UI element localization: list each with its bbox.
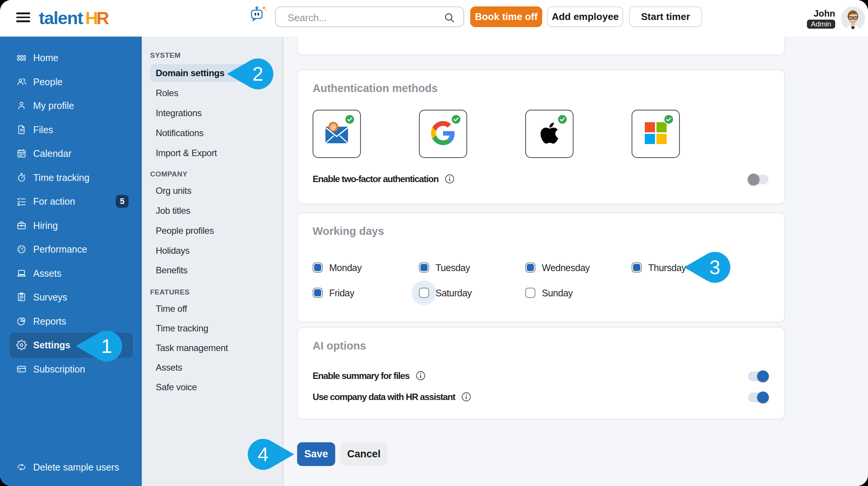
two-factor-toggle[interactable] <box>748 175 768 184</box>
checkbox-wednesday[interactable] <box>525 262 535 273</box>
user-avatar[interactable] <box>841 6 865 31</box>
clipboard-icon <box>16 292 27 302</box>
for-action-count-badge: 5 <box>116 195 129 208</box>
settings-nav-header-company: COMPANY <box>150 170 187 178</box>
checkbox-monday[interactable] <box>313 262 323 273</box>
sidebar-item-delete-sample-users[interactable]: Delete sample users <box>9 456 133 478</box>
sidebar-item-files[interactable]: Files <box>9 119 133 141</box>
sidebar-item-for-action[interactable]: For action5 <box>9 190 133 212</box>
enabled-check-icon <box>345 114 355 124</box>
logo-talent: talent <box>39 8 83 28</box>
sidebar-item-performance[interactable]: Performance <box>9 238 133 260</box>
save-button[interactable]: Save <box>297 442 335 466</box>
settings-nav-item-time-tracking[interactable]: Time tracking <box>150 319 266 337</box>
refresh-icon <box>16 462 27 472</box>
credit-card-icon <box>16 364 27 374</box>
sidebar-item-subscription[interactable]: Subscription <box>9 358 133 380</box>
sidebar-item-time-tracking[interactable]: Time tracking <box>9 167 133 189</box>
gauge-icon <box>16 244 27 254</box>
auth-method-tile-microsoft[interactable] <box>632 110 680 158</box>
svg-text:@: @ <box>330 123 337 130</box>
info-icon[interactable] <box>416 371 425 383</box>
settings-nav-item-job-titles[interactable]: Job titles <box>150 202 266 219</box>
email-auth-icon: @ <box>324 121 349 146</box>
sidebar-item-hiring[interactable]: Hiring <box>9 215 133 236</box>
sidebar-item-reports[interactable]: Reports <box>9 310 133 332</box>
settings-nav-item-org-units[interactable]: Org units <box>150 182 266 199</box>
auth-method-tile-email[interactable]: @ <box>313 110 361 158</box>
sidebar-item-assets[interactable]: Assets <box>9 262 133 284</box>
hamburger-menu-icon[interactable] <box>16 12 30 22</box>
checkbox-saturday[interactable] <box>419 288 429 298</box>
logo-r: R <box>97 8 109 28</box>
stopwatch-icon <box>16 172 27 183</box>
settings-nav-header-system: SYSTEM <box>150 51 181 60</box>
auth-card-title: Authentication methods <box>313 82 438 95</box>
briefcase-icon <box>16 220 27 231</box>
sidebar-item-calendar[interactable]: Calendar <box>9 143 133 164</box>
working-day-thursday: Thursday <box>632 262 741 273</box>
info-icon[interactable] <box>445 174 454 186</box>
sidebar-item-settings[interactable]: Settings <box>9 333 133 358</box>
home-grid-icon <box>16 52 27 63</box>
settings-nav-item-assets[interactable]: Assets <box>150 359 266 376</box>
top-bar: talentHR Search... Book ti <box>0 0 868 37</box>
user-name: John <box>779 8 835 19</box>
book-time-off-button[interactable]: Book time off <box>470 6 542 27</box>
settings-nav-item-benefits[interactable]: Benefits <box>150 261 266 279</box>
pie-chart-icon <box>16 316 27 327</box>
two-factor-label: Enable two-factor authentication <box>313 174 454 186</box>
auth-method-tile-apple[interactable] <box>525 110 574 158</box>
working-day-sunday: Sunday <box>525 288 635 298</box>
checkbox-tuesday[interactable] <box>419 262 429 273</box>
settings-nav-item-roles[interactable]: Roles <box>150 84 266 102</box>
settings-nav-item-holidays[interactable]: Holidays <box>150 242 266 259</box>
ai-card-title: AI options <box>313 340 366 352</box>
search-icon <box>444 12 455 23</box>
working-day-tuesday: Tuesday <box>419 262 528 273</box>
settings-nav-item-time-off[interactable]: Time off <box>150 300 266 317</box>
settings-nav-item-import-export[interactable]: Import & Export <box>150 144 266 162</box>
checkbox-thursday[interactable] <box>632 262 642 273</box>
people-icon <box>16 77 27 87</box>
main-content: Authentication methods @ Enable two-fact… <box>284 37 868 486</box>
apple-auth-icon <box>539 121 560 147</box>
sidebar-item-surveys[interactable]: Surveys <box>9 286 133 308</box>
enabled-check-icon <box>451 114 461 124</box>
checkbox-friday[interactable] <box>313 288 323 298</box>
settings-nav-header-features: FEATURES <box>150 288 190 296</box>
sidebar-item-my-profile[interactable]: My profile <box>9 95 133 117</box>
search-input[interactable]: Search... <box>275 6 464 27</box>
microsoft-auth-icon <box>645 122 667 146</box>
ai-option-label-1: Use company data with HR assistant <box>313 392 471 404</box>
google-auth-icon <box>431 121 455 147</box>
cancel-button[interactable]: Cancel <box>340 442 387 466</box>
working-day-saturday: Saturday <box>419 288 528 298</box>
auth-method-tile-google[interactable] <box>419 110 467 158</box>
app-window: talentHR Search... Book ti <box>0 0 868 486</box>
settings-nav-item-people-profiles[interactable]: People profiles <box>150 222 266 239</box>
settings-nav-item-task-management[interactable]: Task management <box>150 339 266 357</box>
file-icon <box>16 124 27 135</box>
settings-nav-item-integrations[interactable]: Integrations <box>150 104 266 122</box>
ai-option-toggle-1[interactable] <box>748 392 768 402</box>
settings-nav-item-safe-voice[interactable]: Safe voice <box>150 378 266 396</box>
info-icon[interactable] <box>462 392 471 404</box>
settings-nav-item-notifications[interactable]: Notifications <box>150 124 266 142</box>
ai-option-label-0: Enable summary for files <box>313 371 425 383</box>
enabled-check-icon <box>557 114 567 124</box>
add-employee-button[interactable]: Add employee <box>547 6 623 27</box>
ai-assistant-icon[interactable] <box>249 5 267 24</box>
app-logo[interactable]: talentHR <box>39 8 109 28</box>
start-timer-button[interactable]: Start timer <box>629 6 702 27</box>
sidebar-item-home[interactable]: Home <box>9 47 133 69</box>
working-day-wednesday: Wednesday <box>525 262 635 273</box>
authentication-methods-card: Authentication methods @ Enable two-fact… <box>297 69 785 204</box>
working-days-card-title: Working days <box>313 225 384 238</box>
settings-nav-item-domain-settings[interactable]: Domain settings <box>150 64 266 82</box>
user-role-badge: Admin <box>807 20 835 29</box>
ai-option-toggle-0[interactable] <box>748 371 768 381</box>
sidebar-item-people[interactable]: People <box>9 71 133 93</box>
checkbox-sunday[interactable] <box>525 288 535 298</box>
logo-h: H <box>85 8 97 28</box>
